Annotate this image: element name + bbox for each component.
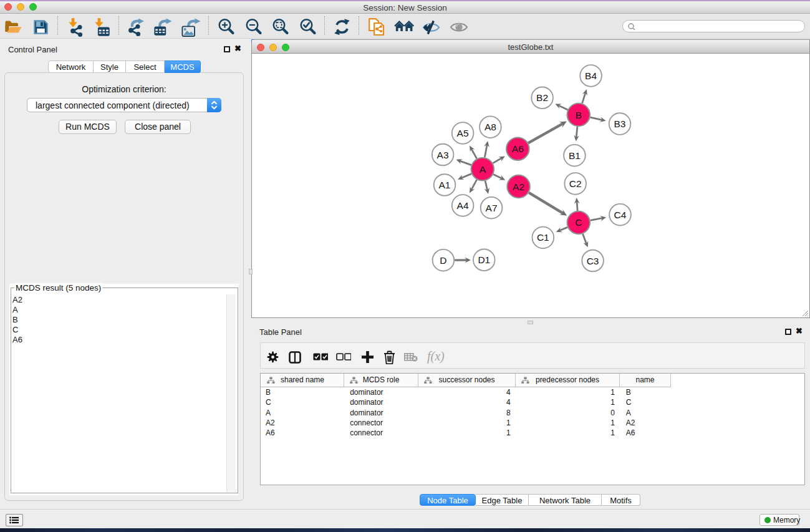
svg-text:A5: A5 [457, 128, 469, 138]
svg-text:A7: A7 [486, 203, 498, 213]
svg-text:A2: A2 [513, 181, 524, 192]
svg-text:A4: A4 [457, 200, 469, 211]
svg-text:C3: C3 [587, 256, 599, 266]
svg-text:C: C [575, 217, 582, 228]
svg-text:B: B [576, 110, 582, 120]
svg-text:C4: C4 [614, 210, 627, 220]
svg-text:D1: D1 [478, 254, 490, 265]
svg-text:B2: B2 [536, 92, 548, 103]
svg-text:B1: B1 [569, 150, 581, 161]
svg-text:B3: B3 [614, 118, 626, 129]
svg-text:B4: B4 [585, 70, 597, 81]
svg-text:A1: A1 [439, 180, 451, 190]
svg-text:C2: C2 [569, 178, 582, 189]
svg-text:C1: C1 [537, 232, 549, 243]
svg-text:A3: A3 [437, 150, 449, 160]
svg-text:A: A [480, 164, 486, 175]
svg-text:A8: A8 [485, 122, 496, 132]
svg-text:D: D [440, 255, 446, 266]
svg-text:A6: A6 [512, 143, 524, 154]
